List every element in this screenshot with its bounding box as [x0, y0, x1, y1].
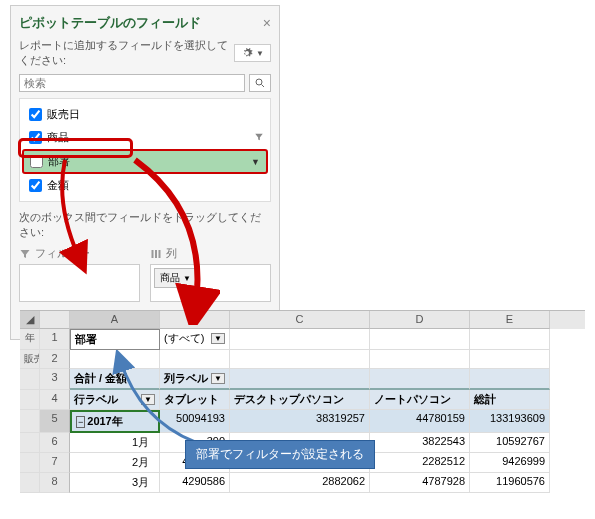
row-header[interactable]: 7 — [40, 453, 70, 473]
month-cell[interactable]: 3月 — [70, 473, 160, 493]
select-all-corner[interactable]: ◢ — [20, 311, 40, 329]
cell[interactable]: 4290586 — [160, 473, 230, 493]
gear-icon — [241, 47, 253, 59]
field-label: 販売日 — [47, 107, 80, 122]
cell[interactable]: 38319257 — [230, 410, 370, 433]
row-header[interactable]: 4 — [40, 390, 70, 410]
cell[interactable] — [470, 369, 550, 390]
col-label[interactable]: デスクトップパソコン — [230, 390, 370, 410]
cell[interactable] — [230, 329, 370, 350]
search-icon — [254, 77, 266, 89]
filter-drop-area[interactable] — [19, 264, 140, 302]
field-label: 部署 — [48, 154, 70, 169]
col-label[interactable]: タブレット — [160, 390, 230, 410]
field-item[interactable]: 販売日 — [22, 103, 268, 126]
col-label[interactable]: ノートパソコン — [370, 390, 470, 410]
field-checkbox[interactable] — [29, 131, 42, 144]
values-label[interactable]: 合計 / 金額 — [70, 369, 160, 390]
cell[interactable]: 2882062 — [230, 473, 370, 493]
cell[interactable] — [230, 369, 370, 390]
close-icon[interactable]: × — [263, 15, 271, 31]
row-labels-header[interactable]: 行ラベル▼ — [70, 390, 160, 410]
svg-rect-4 — [159, 250, 161, 258]
row-header[interactable]: 1 — [40, 329, 70, 350]
row-header-corner — [40, 311, 70, 329]
col-header[interactable]: A — [70, 311, 160, 329]
dropdown-button[interactable]: ▼ — [211, 373, 225, 384]
cell[interactable] — [70, 350, 160, 369]
col-header[interactable]: D — [370, 311, 470, 329]
dropdown-button[interactable]: ▼ — [141, 394, 155, 405]
svg-line-1 — [262, 85, 265, 88]
field-item[interactable]: 金額 — [22, 174, 268, 197]
column-pill[interactable]: 商品 ▼ — [154, 268, 197, 288]
svg-rect-2 — [152, 250, 154, 258]
gear-button[interactable]: ▼ — [234, 44, 271, 62]
filter-icon — [19, 248, 31, 260]
field-checkbox[interactable] — [29, 108, 42, 121]
area-columns-label: 列 — [166, 246, 177, 261]
group-label: 販売 — [20, 350, 40, 369]
pivot-field-panel: ピボットテーブルのフィールド × レポートに追加するフィールドを選択してください… — [10, 5, 280, 340]
annotation-callout: 部署でフィルターが設定される — [185, 440, 375, 469]
field-item-highlighted[interactable]: 部署 ▼ — [22, 149, 268, 174]
col-header[interactable]: C — [230, 311, 370, 329]
row-header[interactable]: 2 — [40, 350, 70, 369]
month-cell[interactable]: 2月 — [70, 453, 160, 473]
filter-field-cell[interactable]: 部署 — [70, 329, 160, 350]
row-header[interactable]: 6 — [40, 433, 70, 453]
cell[interactable]: 50094193 — [160, 410, 230, 433]
cell[interactable] — [470, 329, 550, 350]
filter-value-cell[interactable]: (すべて)▼ — [160, 329, 230, 350]
instruction-text-2: 次のボックス間でフィールドをドラッグしてください: — [19, 210, 271, 240]
cell[interactable]: 4787928 — [370, 473, 470, 493]
cell[interactable]: 2282512 — [370, 453, 470, 473]
cell[interactable] — [230, 350, 370, 369]
area-filter-label: フィルター — [35, 246, 90, 261]
row-header[interactable]: 5 — [40, 410, 70, 433]
field-checkbox[interactable] — [30, 155, 43, 168]
columns-drop-area[interactable]: 商品 ▼ — [150, 264, 271, 302]
field-item[interactable]: 商品 — [22, 126, 268, 149]
cell[interactable] — [160, 350, 230, 369]
col-header[interactable]: E — [470, 311, 550, 329]
cell[interactable]: 9426999 — [470, 453, 550, 473]
year-cell[interactable]: −2017年 — [70, 410, 160, 433]
row-header[interactable]: 3 — [40, 369, 70, 390]
row-header[interactable]: 8 — [40, 473, 70, 493]
cell[interactable] — [370, 329, 470, 350]
svg-point-0 — [256, 79, 262, 85]
field-label: 商品 — [47, 130, 69, 145]
month-cell[interactable]: 1月 — [70, 433, 160, 453]
cell[interactable]: 3822543 — [370, 433, 470, 453]
field-checkbox[interactable] — [29, 179, 42, 192]
group-label: 年 — [20, 329, 40, 350]
cell[interactable] — [370, 350, 470, 369]
col-label[interactable]: 総計 — [470, 390, 550, 410]
cell[interactable]: 133193609 — [470, 410, 550, 433]
filter-icon — [254, 132, 264, 144]
cell[interactable]: 11960576 — [470, 473, 550, 493]
cell[interactable] — [470, 350, 550, 369]
cell[interactable]: 10592767 — [470, 433, 550, 453]
columns-icon — [150, 248, 162, 260]
instruction-text: レポートに追加するフィールドを選択してください: — [19, 38, 234, 68]
collapse-icon[interactable]: − — [76, 416, 85, 428]
search-input[interactable] — [19, 74, 245, 92]
cell[interactable]: 44780159 — [370, 410, 470, 433]
cell[interactable] — [370, 369, 470, 390]
dropdown-button[interactable]: ▼ — [211, 333, 225, 344]
field-label: 金額 — [47, 178, 69, 193]
search-button[interactable] — [249, 74, 271, 92]
chevron-down-icon: ▼ — [251, 157, 260, 167]
col-labels-header[interactable]: 列ラベル▼ — [160, 369, 230, 390]
col-header[interactable]: B — [160, 311, 230, 329]
panel-title: ピボットテーブルのフィールド — [19, 14, 201, 32]
svg-rect-3 — [155, 250, 157, 258]
field-list: 販売日 商品 部署 ▼ 金額 — [19, 98, 271, 202]
